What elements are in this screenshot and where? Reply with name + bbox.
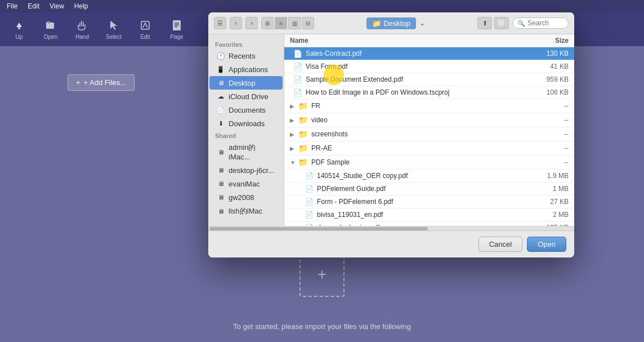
icloud-label: iCloud Drive — [229, 92, 269, 101]
tag-btn[interactable]: ⬜ — [494, 17, 509, 29]
open-icon — [44, 19, 57, 32]
location-bar: 📁 Desktop ⌄ — [317, 17, 474, 29]
dialog-scrollbar[interactable] — [208, 226, 574, 230]
plus-icon: + — [76, 78, 80, 87]
dialog-sidebar: Favorites 🕐 Recents 📱 Applications 🖥 Des… — [208, 34, 284, 226]
sidebar-item-applications[interactable]: 📱 Applications — [209, 63, 283, 76]
sidebar-item-desktop-j6cr[interactable]: 🖥 desktop-j6cr... — [209, 163, 283, 177]
add-files-button[interactable]: + + Add Files... — [68, 74, 135, 91]
open-button[interactable]: Open — [527, 237, 566, 252]
sidebar-item-admin-imac[interactable]: 🖥 admin的iMac... — [209, 140, 283, 163]
folder-row-screenshots[interactable]: ▶ 📁 screenshots -- — [284, 127, 574, 141]
menu-help[interactable]: Help — [74, 2, 88, 10]
bottom-hint: To get started, please import your files… — [233, 322, 411, 331]
sub-file-row-1[interactable]: 📄 PDFelement Guide.pdf 1 MB — [284, 183, 574, 196]
desktop-label: Desktop — [229, 79, 256, 87]
list-view-btn[interactable]: ≡ — [275, 17, 287, 29]
folder-row-pdf-sample[interactable]: ▼ 📁 PDF Sample -- — [284, 156, 574, 170]
screenshots-chevron: ▶ — [290, 131, 298, 137]
pdf-icon-1: 📄 — [293, 62, 302, 71]
svg-rect-1 — [46, 23, 54, 29]
gallery-view-btn[interactable]: ⊟ — [302, 17, 314, 29]
sidebar-toggle-btn[interactable]: ☰ — [214, 17, 226, 29]
drop-zone[interactable]: + — [299, 252, 345, 297]
pdf-sample-chevron: ▼ — [290, 159, 298, 166]
evanimac-label: evaniMac — [229, 180, 260, 188]
favorites-label: Favorites — [208, 39, 284, 49]
toolbar-edit[interactable]: Edit — [135, 19, 155, 40]
toolbar-open[interactable]: Open — [41, 19, 61, 40]
sub-file-name-2: Form - PDFelement 6.pdf — [317, 198, 524, 206]
sub-file-name-4: demande de visa.pdf — [317, 224, 524, 226]
folder-row-video[interactable]: ▶ 📁 video -- — [284, 113, 574, 127]
search-input[interactable] — [527, 19, 567, 27]
sub-file-row-4[interactable]: 📄 demande de visa.pdf 125 KB — [284, 221, 574, 226]
sidebar-item-recents[interactable]: 🕐 Recents — [209, 49, 283, 63]
folder-row-prae[interactable]: ▶ 📁 PR-AE -- — [284, 141, 574, 156]
screenshots-name: screenshots — [311, 130, 524, 138]
column-view-btn[interactable]: ▥ — [288, 17, 301, 29]
sub-file-name-0: 140514_Studie_OER copy.pdf — [317, 172, 524, 180]
file-size-0: 130 KB — [524, 50, 569, 57]
menu-edit[interactable]: Edit — [28, 2, 39, 10]
up-icon — [12, 19, 26, 32]
pdf-sample-size: -- — [524, 158, 569, 166]
file-name-3: How to Edit Image in a PDF on Windows.ts… — [306, 88, 524, 96]
cancel-button[interactable]: Cancel — [478, 237, 522, 252]
folder-row-fr[interactable]: ▶ 📁 FR -- — [284, 99, 574, 113]
fr-folder-icon: 📁 — [298, 101, 308, 111]
toolbar-page[interactable]: Page — [167, 19, 187, 40]
file-row-how-to-edit[interactable]: 📄 How to Edit Image in a PDF on Windows.… — [284, 86, 574, 99]
toolbar-up[interactable]: Up — [9, 19, 29, 40]
select-icon — [107, 19, 120, 32]
file-row-visa-form[interactable]: 📄 Visa Form.pdf 41 KB — [284, 60, 574, 73]
applications-label: Applications — [229, 65, 268, 74]
toolbar-select[interactable]: Select — [104, 19, 124, 40]
sub-pdf-icon-4: 📄 — [305, 223, 314, 226]
file-size-3: 106 KB — [524, 88, 569, 96]
sub-file-row-3[interactable]: 📄 bivisa_119031_en.pdf 2 MB — [284, 208, 574, 221]
icon-view-btn[interactable]: ⊞ — [261, 17, 274, 29]
menu-view[interactable]: View — [50, 2, 64, 10]
file-row-sales-contract[interactable]: 📄 Sales-Contract.pdf 130 KB — [284, 47, 574, 60]
back-button[interactable]: ‹ — [230, 17, 242, 29]
menu-file[interactable]: File — [7, 2, 17, 10]
desktop-icon: 🖥 — [216, 78, 225, 87]
sidebar-item-evanimac[interactable]: 🖥 evaniMac — [209, 177, 283, 190]
file-list-header: Name Size — [284, 34, 574, 47]
sub-file-row-2[interactable]: 📄 Form - PDFelement 6.pdf 27 KB — [284, 196, 574, 208]
toolbar-hand[interactable]: Hand — [72, 19, 92, 40]
screenshots-size: -- — [524, 130, 569, 138]
add-files-label: + Add Files... — [84, 78, 127, 87]
file-row-sample-doc[interactable]: 📄 Sample Document Extended.pdf 959 KB — [284, 73, 574, 86]
drop-zone-plus: + — [317, 265, 327, 283]
desktop-j6cr-icon: 🖥 — [216, 166, 225, 175]
share-btn[interactable]: ⬆ — [477, 17, 492, 29]
file-name-2: Sample Document Extended.pdf — [306, 75, 524, 83]
dialog-body: Favorites 🕐 Recents 📱 Applications 🖥 Des… — [208, 34, 574, 226]
sidebar-item-downloads[interactable]: ⬇ Downloads — [209, 117, 283, 130]
forward-button[interactable]: › — [245, 17, 258, 29]
sidebar-item-documents[interactable]: 📄 Documents — [209, 103, 283, 117]
sub-pdf-icon-0: 📄 — [305, 171, 314, 180]
sub-file-name-1: PDFelement Guide.pdf — [317, 185, 524, 193]
sidebar-item-gw2008[interactable]: 🖥 gw2008 — [209, 190, 283, 204]
prae-chevron: ▶ — [290, 145, 298, 152]
sub-file-row-0[interactable]: 📄 140514_Studie_OER copy.pdf 1.9 MB — [284, 170, 574, 183]
svg-rect-0 — [18, 26, 20, 29]
video-size: -- — [524, 116, 569, 124]
shared-label: Shared — [208, 130, 284, 140]
sidebar-item-icloud[interactable]: ☁ iCloud Drive — [209, 90, 283, 103]
file-size-2: 959 KB — [524, 75, 569, 83]
view-buttons: ⊞ ≡ ▥ ⊟ — [261, 17, 314, 29]
sidebar-item-desktop[interactable]: 🖥 Desktop — [209, 76, 283, 90]
sidebar-item-lish-imac[interactable]: 🖥 lish的iMac — [209, 204, 283, 219]
col-size-header: Size — [524, 37, 569, 45]
documents-label: Documents — [229, 106, 266, 114]
svg-rect-3 — [173, 20, 181, 30]
file-size-1: 41 KB — [524, 63, 569, 70]
location-chevron-btn[interactable]: ⌄ — [419, 19, 425, 27]
sub-file-name-3: bivisa_119031_en.pdf — [317, 211, 524, 219]
fr-name: FR — [311, 102, 524, 110]
sub-pdf-icon-2: 📄 — [305, 197, 314, 206]
